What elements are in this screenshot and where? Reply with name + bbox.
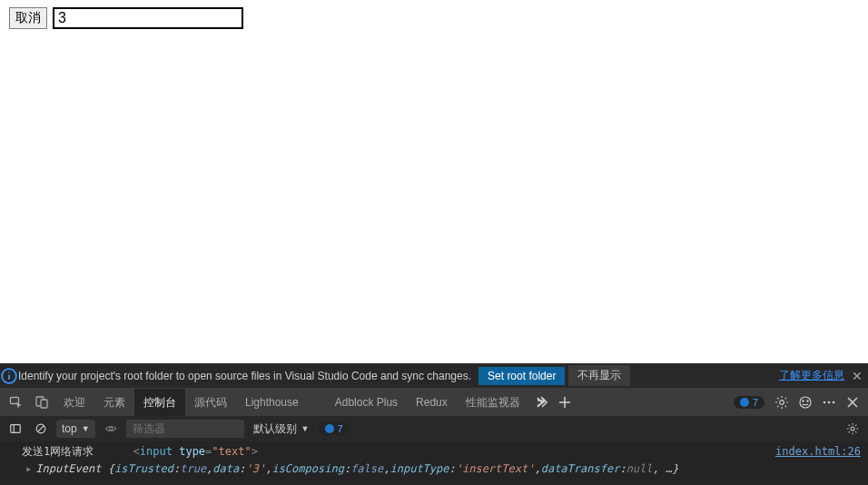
set-root-folder-button[interactable]: Set root folder xyxy=(478,367,565,385)
source-link[interactable]: index.html:26 xyxy=(764,444,861,460)
event-class: InputEvent xyxy=(35,461,101,477)
console-log-row[interactable]: 发送1网络请求 <input type="text"> index.html:2… xyxy=(0,443,868,460)
svg-point-11 xyxy=(807,401,808,401)
devtools-panel: Identify your project's root folder to o… xyxy=(0,363,868,485)
more-options-icon[interactable] xyxy=(817,395,841,410)
chevron-down-icon: ▼ xyxy=(82,424,90,433)
number-input[interactable] xyxy=(53,7,243,29)
tab-lighthouse[interactable]: Lighthouse xyxy=(236,389,308,416)
console-output: 发送1网络请求 <input type="text"> index.html:2… xyxy=(0,441,868,485)
svg-point-22 xyxy=(851,427,854,431)
expand-arrow-icon[interactable]: ▸ xyxy=(25,461,32,477)
issue-dot-icon xyxy=(325,424,334,433)
add-tab-icon[interactable] xyxy=(553,395,577,410)
chevron-double-right-icon[interactable] xyxy=(529,395,553,410)
context-label: top xyxy=(62,422,77,435)
tab-welcome[interactable]: 欢迎 xyxy=(54,389,94,416)
console-toolbar: top ▼ 默认级别 ▼ 7 xyxy=(0,416,868,441)
devtools-infobar: Identify your project's root folder to o… xyxy=(0,363,868,389)
issue-dot-icon xyxy=(740,398,749,407)
toggle-sidebar-icon[interactable] xyxy=(5,420,25,438)
svg-point-21 xyxy=(109,427,113,431)
cancel-button[interactable]: 取消 xyxy=(9,7,47,29)
page-content: 取消 xyxy=(0,0,868,36)
issues-pill[interactable]: 7 xyxy=(734,396,764,409)
toolbar-issues-pill[interactable]: 7 xyxy=(319,422,350,435)
svg-point-14 xyxy=(833,401,835,404)
svg-point-10 xyxy=(803,401,804,401)
filter-input[interactable] xyxy=(126,420,244,438)
infobar-close-icon[interactable]: ✕ xyxy=(852,369,863,383)
tab-performance-monitor[interactable]: 性能监视器 xyxy=(457,389,529,416)
svg-rect-3 xyxy=(11,398,19,404)
log-attr-value: "text" xyxy=(212,445,251,458)
console-log-row[interactable]: ▸ InputEvent {isTrusted: true, data: '3'… xyxy=(0,460,868,478)
log-level-selector[interactable]: 默认级别 ▼ xyxy=(250,420,313,438)
tab-redux[interactable]: Redux xyxy=(407,389,457,416)
toolbar-issues-count: 7 xyxy=(338,423,343,434)
context-selector[interactable]: top ▼ xyxy=(56,420,95,438)
devtools-tabbar: 欢迎 元素 控制台 源代码 Lighthouse Adblock Plus Re… xyxy=(0,389,868,416)
close-devtools-icon[interactable] xyxy=(841,395,864,410)
log-tag: input xyxy=(140,445,173,458)
tab-adblock-plus[interactable]: Adblock Plus xyxy=(326,389,407,416)
svg-point-9 xyxy=(800,397,811,408)
log-level-label: 默认级别 xyxy=(253,421,297,437)
svg-point-12 xyxy=(824,401,826,404)
console-settings-icon[interactable] xyxy=(843,420,863,438)
info-icon xyxy=(0,367,18,385)
svg-line-20 xyxy=(38,426,44,432)
log-prefix: 发送1网络请求 xyxy=(22,445,94,458)
tab-sources[interactable]: 源代码 xyxy=(185,389,236,416)
log-attr: type xyxy=(179,445,205,458)
tab-elements[interactable]: 元素 xyxy=(94,389,134,416)
tab-console[interactable]: 控制台 xyxy=(134,389,185,416)
live-expression-icon[interactable] xyxy=(101,420,121,438)
infobar-message: Identify your project's root folder to o… xyxy=(18,370,478,382)
clear-console-icon[interactable] xyxy=(31,420,51,438)
issues-count: 7 xyxy=(753,397,758,408)
svg-point-8 xyxy=(780,401,784,405)
feedback-icon[interactable] xyxy=(794,395,817,410)
device-toggle-icon[interactable] xyxy=(29,395,54,410)
settings-gear-icon[interactable] xyxy=(770,395,794,410)
inspect-element-icon[interactable] xyxy=(4,395,29,410)
learn-more-link[interactable]: 了解更多信息 xyxy=(779,368,844,383)
svg-point-13 xyxy=(828,401,831,404)
chevron-down-icon: ▼ xyxy=(301,424,310,433)
svg-rect-5 xyxy=(41,400,47,408)
svg-point-2 xyxy=(8,371,10,373)
dont-show-again-button[interactable]: 不再显示 xyxy=(568,365,630,386)
svg-rect-17 xyxy=(11,425,21,433)
